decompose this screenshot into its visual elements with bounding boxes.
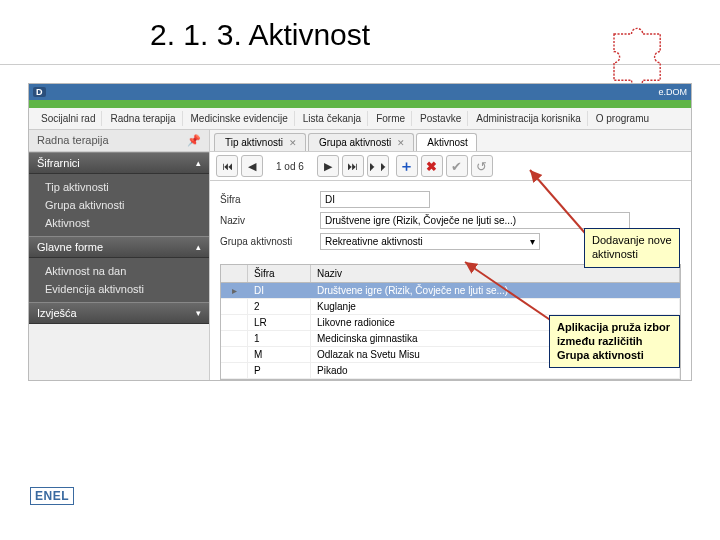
- menu-item[interactable]: Forme: [370, 111, 412, 126]
- table-row[interactable]: 2 Kuglanje: [221, 299, 680, 315]
- tab-label: Grupa aktivnosti: [319, 137, 391, 148]
- app-title: e.DOM: [658, 87, 687, 97]
- sidebar-header: Radna terapija 📌: [29, 130, 209, 152]
- ribbon-accent: [29, 100, 691, 108]
- brand-logo: ENEL: [30, 487, 74, 505]
- sidebar-item-grupa-aktivnosti[interactable]: Grupa aktivnosti: [29, 196, 209, 214]
- chevron-down-icon: ▾: [196, 308, 201, 318]
- tab-label: Tip aktivnosti: [225, 137, 283, 148]
- save-button[interactable]: ✔: [446, 155, 468, 177]
- menu-item[interactable]: Medicinske evidencije: [185, 111, 295, 126]
- tab-aktivnost[interactable]: Aktivnost: [416, 133, 477, 151]
- first-record-button[interactable]: ⏮: [216, 155, 238, 177]
- app-icon: D: [33, 87, 46, 97]
- cell-sifra: DI: [248, 283, 311, 298]
- input-sifra[interactable]: DI: [320, 191, 430, 208]
- label-sifra: Šifra: [220, 194, 320, 205]
- sidebar-item-aktivnost-na-dan[interactable]: Aktivnost na dan: [29, 262, 209, 280]
- menu-item[interactable]: Radna terapija: [104, 111, 182, 126]
- col-marker: [221, 265, 248, 282]
- tab-strip: Tip aktivnosti✕ Grupa aktivnosti✕ Aktivn…: [210, 130, 691, 152]
- delete-record-button[interactable]: ✖: [421, 155, 443, 177]
- section-label: Izvješća: [37, 307, 77, 319]
- sidebar-section-sifrarnici[interactable]: Šifrarnici ▴: [29, 152, 209, 174]
- menu-item[interactable]: O programu: [590, 111, 655, 126]
- sidebar-title: Radna terapija: [37, 134, 109, 147]
- col-sifra[interactable]: Šifra: [248, 265, 311, 282]
- tab-tip-aktivnosti[interactable]: Tip aktivnosti✕: [214, 133, 306, 151]
- add-record-button[interactable]: ＋: [396, 155, 418, 177]
- row-marker-icon: ▸: [221, 283, 248, 298]
- puzzle-icon: [600, 20, 670, 92]
- main-menu: Socijalni rad Radna terapija Medicinske …: [29, 108, 691, 130]
- select-value: Rekreativne aktivnosti: [325, 236, 423, 247]
- section-label: Šifrarnici: [37, 157, 80, 169]
- label-grupa: Grupa aktivnosti: [220, 236, 320, 247]
- sidebar-item-evidencija[interactable]: Evidencija aktivnosti: [29, 280, 209, 298]
- skip-button[interactable]: ⏵⏵: [367, 155, 389, 177]
- sidebar-item-tip-aktivnosti[interactable]: Tip aktivnosti: [29, 178, 209, 196]
- input-naziv[interactable]: Društvene igre (Rizik, Čovječe ne ljuti …: [320, 212, 630, 229]
- chevron-up-icon: ▴: [196, 158, 201, 168]
- menu-item[interactable]: Lista čekanja: [297, 111, 368, 126]
- table-row[interactable]: ▸ DI Društvene igre (Rizik, Čovječe ne l…: [221, 283, 680, 299]
- undo-button[interactable]: ↺: [471, 155, 493, 177]
- last-record-button[interactable]: ⏭: [342, 155, 364, 177]
- titlebar: D e.DOM: [29, 84, 691, 100]
- sidebar-section-izvjesca[interactable]: Izvješća ▾: [29, 302, 209, 324]
- pin-icon[interactable]: 📌: [187, 134, 201, 147]
- menu-item[interactable]: Socijalni rad: [35, 111, 102, 126]
- sidebar-item-aktivnost[interactable]: Aktivnost: [29, 214, 209, 232]
- close-icon[interactable]: ✕: [289, 138, 297, 148]
- col-naziv[interactable]: Naziv: [311, 265, 680, 282]
- chevron-down-icon: ▾: [530, 236, 535, 247]
- chevron-up-icon: ▴: [196, 242, 201, 252]
- cell-naziv: Društvene igre (Rizik, Čovječe ne ljuti …: [311, 283, 680, 298]
- close-icon[interactable]: ✕: [397, 138, 405, 148]
- tab-label: Aktivnost: [427, 137, 468, 148]
- select-grupa-aktivnosti[interactable]: Rekreativne aktivnosti ▾: [320, 233, 540, 250]
- sidebar: Radna terapija 📌 Šifrarnici ▴ Tip aktivn…: [29, 130, 210, 380]
- callout-add: Dodavanje nove aktivnosti: [584, 228, 680, 268]
- next-record-button[interactable]: ▶: [317, 155, 339, 177]
- record-toolbar: ⏮ ◀ 1 od 6 ▶ ⏭ ⏵⏵ ＋ ✖ ✔ ↺: [210, 152, 691, 181]
- label-naziv: Naziv: [220, 215, 320, 226]
- prev-record-button[interactable]: ◀: [241, 155, 263, 177]
- tab-grupa-aktivnosti[interactable]: Grupa aktivnosti✕: [308, 133, 414, 151]
- menu-item[interactable]: Administracija korisnika: [470, 111, 587, 126]
- sidebar-section-glavne-forme[interactable]: Glavne forme ▴: [29, 236, 209, 258]
- callout-dropdown: Aplikacija pruža izbor između različitih…: [549, 315, 680, 368]
- section-label: Glavne forme: [37, 241, 103, 253]
- menu-item[interactable]: Postavke: [414, 111, 468, 126]
- record-position: 1 od 6: [266, 161, 314, 172]
